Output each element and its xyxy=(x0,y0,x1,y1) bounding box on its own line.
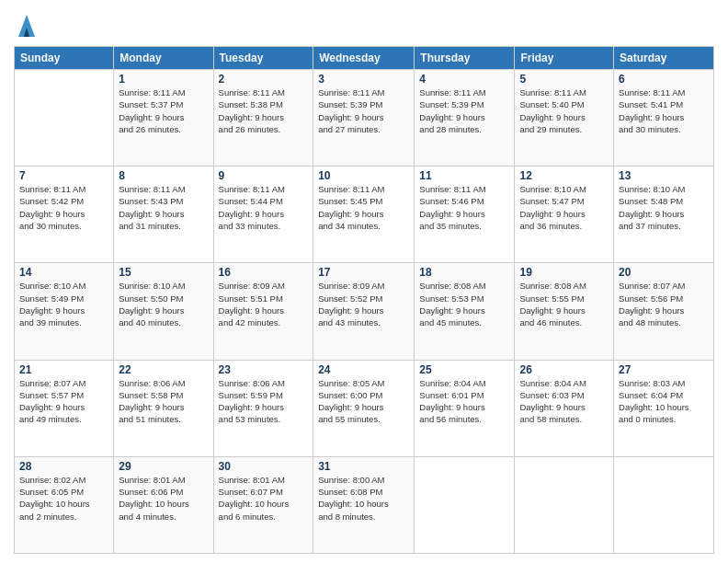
day-cell: 21Sunrise: 8:07 AMSunset: 5:57 PMDayligh… xyxy=(15,360,114,456)
day-info-line: Daylight: 9 hours xyxy=(219,209,284,219)
day-info-line: and 46 minutes. xyxy=(519,317,582,327)
day-cell: 3Sunrise: 8:11 AMSunset: 5:39 PMDaylight… xyxy=(313,70,415,167)
day-info-line: Sunset: 6:06 PM xyxy=(119,487,183,497)
day-cell: 31Sunrise: 8:00 AMSunset: 6:08 PMDayligh… xyxy=(313,456,415,553)
day-info-line: Daylight: 9 hours xyxy=(419,112,484,122)
day-number: 2 xyxy=(219,73,309,86)
day-cell: 27Sunrise: 8:03 AMSunset: 6:04 PMDayligh… xyxy=(614,360,714,456)
column-header-friday: Friday xyxy=(515,47,614,70)
day-info-line: Daylight: 9 hours xyxy=(519,402,585,412)
column-header-thursday: Thursday xyxy=(415,47,515,70)
day-number: 18 xyxy=(419,266,509,279)
column-header-monday: Monday xyxy=(114,47,213,70)
day-info-line: Sunset: 6:00 PM xyxy=(318,390,382,400)
page: SundayMondayTuesdayWednesdayThursdayFrid… xyxy=(0,0,728,563)
day-cell: 28Sunrise: 8:02 AMSunset: 6:05 PMDayligh… xyxy=(15,456,114,553)
day-info-line: Daylight: 9 hours xyxy=(519,209,585,219)
day-cell: 15Sunrise: 8:10 AMSunset: 5:50 PMDayligh… xyxy=(114,263,213,360)
day-number: 26 xyxy=(519,363,609,376)
day-cell: 29Sunrise: 8:01 AMSunset: 6:06 PMDayligh… xyxy=(114,456,213,553)
day-info-line: Sunset: 5:45 PM xyxy=(318,196,382,206)
day-info: Sunrise: 8:04 AMSunset: 6:01 PMDaylight:… xyxy=(419,377,509,426)
day-info: Sunrise: 8:06 AMSunset: 5:58 PMDaylight:… xyxy=(119,377,208,426)
day-info-line: Sunrise: 8:01 AM xyxy=(219,475,285,485)
day-info-line: Daylight: 9 hours xyxy=(219,402,284,412)
day-number: 5 xyxy=(519,73,609,86)
day-info-line: Daylight: 9 hours xyxy=(419,209,484,219)
day-info-line: and 36 minutes. xyxy=(519,221,582,231)
day-info: Sunrise: 8:08 AMSunset: 5:53 PMDaylight:… xyxy=(419,280,509,328)
day-info-line: and 29 minutes. xyxy=(519,124,582,134)
day-info-line: Sunrise: 8:03 AM xyxy=(619,378,685,388)
day-info: Sunrise: 8:11 AMSunset: 5:39 PMDaylight:… xyxy=(318,86,409,135)
day-info: Sunrise: 8:09 AMSunset: 5:52 PMDaylight:… xyxy=(318,280,409,328)
day-number: 1 xyxy=(119,73,208,86)
day-info-line: Sunset: 5:38 PM xyxy=(219,99,283,109)
day-info: Sunrise: 8:07 AMSunset: 5:57 PMDaylight:… xyxy=(19,377,108,426)
day-info-line: Sunrise: 8:06 AM xyxy=(119,378,185,388)
day-number: 16 xyxy=(219,266,309,279)
day-info-line: Sunset: 5:53 PM xyxy=(419,293,483,304)
day-number: 13 xyxy=(619,169,709,182)
day-info-line: Daylight: 9 hours xyxy=(318,209,383,219)
day-info: Sunrise: 8:09 AMSunset: 5:51 PMDaylight:… xyxy=(219,280,309,328)
day-cell: 7Sunrise: 8:11 AMSunset: 5:42 PMDaylight… xyxy=(15,167,114,263)
day-info: Sunrise: 8:11 AMSunset: 5:44 PMDaylight:… xyxy=(219,183,309,232)
day-info: Sunrise: 8:11 AMSunset: 5:41 PMDaylight:… xyxy=(619,86,709,135)
day-info: Sunrise: 8:05 AMSunset: 6:00 PMDaylight:… xyxy=(318,377,409,426)
week-row-5: 28Sunrise: 8:02 AMSunset: 6:05 PMDayligh… xyxy=(15,456,714,553)
day-info-line: Sunrise: 8:11 AM xyxy=(318,87,384,98)
day-info: Sunrise: 8:11 AMSunset: 5:43 PMDaylight:… xyxy=(119,183,208,232)
day-info-line: Sunset: 5:56 PM xyxy=(619,293,683,304)
day-info-line: Sunrise: 8:11 AM xyxy=(119,184,185,194)
day-info-line: Sunset: 5:50 PM xyxy=(119,293,183,304)
day-info: Sunrise: 8:11 AMSunset: 5:38 PMDaylight:… xyxy=(219,86,309,135)
calendar-header: SundayMondayTuesdayWednesdayThursdayFrid… xyxy=(15,47,714,70)
day-info-line: Sunset: 6:04 PM xyxy=(619,390,683,400)
day-info: Sunrise: 8:06 AMSunset: 5:59 PMDaylight:… xyxy=(219,377,309,426)
day-info: Sunrise: 8:04 AMSunset: 6:03 PMDaylight:… xyxy=(519,377,609,426)
day-info: Sunrise: 8:01 AMSunset: 6:06 PMDaylight:… xyxy=(119,474,208,523)
day-info-line: Sunrise: 8:02 AM xyxy=(19,475,85,485)
day-info: Sunrise: 8:10 AMSunset: 5:48 PMDaylight:… xyxy=(619,183,709,232)
day-info-line: and 26 minutes. xyxy=(119,124,181,134)
day-info-line: Daylight: 9 hours xyxy=(318,305,383,316)
day-cell: 1Sunrise: 8:11 AMSunset: 5:37 PMDaylight… xyxy=(114,70,213,167)
day-number: 31 xyxy=(318,460,409,473)
day-number: 12 xyxy=(519,169,609,182)
calendar-body: 1Sunrise: 8:11 AMSunset: 5:37 PMDaylight… xyxy=(15,70,714,554)
calendar-table: SundayMondayTuesdayWednesdayThursdayFrid… xyxy=(14,46,714,554)
day-info-line: Sunrise: 8:11 AM xyxy=(419,87,485,98)
day-info-line: Sunset: 5:46 PM xyxy=(419,196,483,206)
day-cell: 2Sunrise: 8:11 AMSunset: 5:38 PMDaylight… xyxy=(213,70,313,167)
day-info-line: and 0 minutes. xyxy=(619,414,676,424)
day-info-line: and 51 minutes. xyxy=(119,414,181,424)
day-info-line: and 6 minutes. xyxy=(219,511,276,522)
day-info-line: and 30 minutes. xyxy=(19,221,82,231)
day-cell xyxy=(614,456,714,553)
day-number: 17 xyxy=(318,266,409,279)
day-info-line: Daylight: 9 hours xyxy=(619,305,684,316)
day-cell xyxy=(15,70,114,167)
day-cell: 22Sunrise: 8:06 AMSunset: 5:58 PMDayligh… xyxy=(114,360,213,456)
day-number: 19 xyxy=(519,266,609,279)
day-info-line: Sunset: 5:44 PM xyxy=(219,196,283,206)
day-info-line: Sunrise: 8:11 AM xyxy=(619,87,685,98)
day-cell: 9Sunrise: 8:11 AMSunset: 5:44 PMDaylight… xyxy=(213,167,313,263)
day-info-line: Sunrise: 8:04 AM xyxy=(519,378,586,388)
logo-icon xyxy=(17,11,37,39)
day-number: 9 xyxy=(219,169,309,182)
day-info-line: and 2 minutes. xyxy=(19,511,76,522)
day-info-line: Sunrise: 8:10 AM xyxy=(19,281,85,291)
day-number: 8 xyxy=(119,169,208,182)
day-info-line: and 34 minutes. xyxy=(318,221,381,231)
day-info-line: and 35 minutes. xyxy=(419,221,482,231)
day-info-line: and 49 minutes. xyxy=(19,414,82,424)
day-cell: 5Sunrise: 8:11 AMSunset: 5:40 PMDaylight… xyxy=(515,70,614,167)
day-info-line: Sunset: 5:49 PM xyxy=(19,293,84,304)
column-header-saturday: Saturday xyxy=(614,47,714,70)
day-info-line: Sunrise: 8:11 AM xyxy=(419,184,485,194)
day-info-line: Sunrise: 8:11 AM xyxy=(119,87,185,98)
day-info-line: Sunrise: 8:10 AM xyxy=(119,281,185,291)
day-info-line: Sunset: 5:51 PM xyxy=(219,293,283,304)
